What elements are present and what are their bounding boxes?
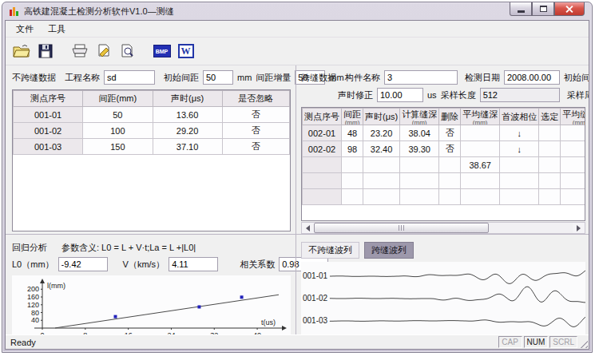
- test-date-input[interactable]: [504, 70, 560, 85]
- horizontal-scrollbar[interactable]: [301, 222, 585, 234]
- waveform-display: 001-01001-02001-03: [301, 262, 585, 334]
- correlation-label: 相关系数: [240, 259, 275, 271]
- minimize-icon: [518, 10, 525, 13]
- svg-text:200: 200: [27, 285, 39, 293]
- scroll-right-arrow-icon[interactable]: [573, 223, 585, 233]
- open-folder-icon: [13, 44, 30, 58]
- minimize-button[interactable]: [510, 2, 532, 16]
- table-row[interactable]: 002-014823.2038.04否↓: [303, 125, 586, 141]
- client-area: 文件工具: [5, 20, 589, 350]
- save-button[interactable]: [34, 41, 56, 61]
- table-row[interactable]: 38.67: [303, 157, 586, 173]
- column-header[interactable]: 计算缝深(mm): [400, 109, 439, 125]
- column-header[interactable]: 平均缝深(mm): [461, 109, 500, 125]
- time-correction-unit: us: [427, 90, 437, 100]
- cross-crack-table-container: 测点序号间距(mm)声时(μs)计算缝深(mm)删除平均缝深(mm)首波相位选定…: [301, 107, 585, 221]
- window-title: 高铁建混凝土检测分析软件V1.0—测缝: [24, 6, 174, 18]
- printer-icon: [72, 44, 88, 58]
- menu-item-1[interactable]: 工具: [41, 21, 73, 38]
- waveform-panel: 不跨缝波列跨缝波列 001-01001-02001-03: [296, 235, 589, 334]
- test-date-label: 检测日期: [465, 72, 500, 84]
- print-preview-button[interactable]: [117, 41, 138, 61]
- column-header[interactable]: 是否忽略: [222, 91, 289, 107]
- component-name-input[interactable]: [384, 70, 458, 85]
- svg-text:40: 40: [31, 316, 39, 324]
- table-row[interactable]: [303, 173, 586, 189]
- column-header[interactable]: 间距(mm): [83, 91, 153, 107]
- export-word-button[interactable]: W: [175, 41, 196, 61]
- export-bmp-button[interactable]: BMP: [151, 41, 173, 61]
- sample-length-label: 采样长度: [441, 89, 476, 101]
- app-icon: [10, 7, 20, 16]
- print-preview-icon: [120, 44, 136, 58]
- column-header[interactable]: 测点序号: [14, 91, 83, 107]
- word-icon: W: [178, 44, 194, 58]
- print-setup-icon: [96, 44, 112, 58]
- non-cross-crack-panel: 不跨缝数据 工程名称 初始间距 mm 间距增量 mm 测点序号间距(mm)声时(…: [6, 65, 296, 234]
- column-header[interactable]: 间距(mm): [342, 109, 363, 125]
- sample-period-label: 采样周期: [567, 89, 589, 101]
- non-cross-crack-table-container: 测点序号间距(mm)声时(μs)是否忽略001-015013.60否001-02…: [12, 89, 291, 231]
- waveform-trace-1: [330, 287, 585, 303]
- column-header[interactable]: 声时(μs): [153, 91, 222, 107]
- v-input[interactable]: [169, 257, 218, 271]
- init-spacing-unit: mm: [237, 73, 252, 82]
- cross-crack-table[interactable]: 测点序号间距(mm)声时(μs)计算缝深(mm)删除平均缝深(mm)首波相位选定…: [302, 108, 585, 205]
- waveform-tabs: 不跨缝波列跨缝波列: [301, 239, 585, 260]
- wave-tab-1[interactable]: 跨缝波列: [364, 242, 414, 259]
- table-row[interactable]: [303, 189, 586, 205]
- main-area: 不跨缝数据 工程名称 初始间距 mm 间距增量 mm 测点序号间距(mm)声时(…: [6, 65, 589, 334]
- floppy-disk-icon: [38, 44, 53, 58]
- column-header[interactable]: 声时(μs): [363, 109, 400, 125]
- non-cross-crack-group-label: 不跨缝数据: [12, 72, 56, 84]
- time-correction-input[interactable]: [377, 88, 423, 102]
- menu-item-0[interactable]: 文件: [9, 21, 41, 38]
- status-indicator-scrl: SCRL: [549, 336, 577, 348]
- bmp-icon: BMP: [153, 45, 171, 57]
- sample-length-input[interactable]: [480, 88, 560, 102]
- table-row[interactable]: 001-015013.60否: [14, 107, 290, 123]
- status-bar: Ready CAPNUMSCRL: [6, 334, 589, 349]
- l0-input[interactable]: [58, 257, 108, 271]
- component-name-label: 构件名称: [345, 72, 380, 84]
- project-name-input[interactable]: [104, 70, 155, 85]
- trace-label-0: 001-01: [303, 271, 327, 280]
- cross-crack-group-label: 跨缝数据: [301, 72, 336, 84]
- wave-tab-0[interactable]: 不跨缝波列: [301, 242, 359, 259]
- close-button[interactable]: [554, 2, 585, 16]
- column-header[interactable]: 首波相位: [500, 109, 539, 125]
- app-window: 高铁建混凝土检测分析软件V1.0—测缝 文件工具: [2, 2, 593, 353]
- scroll-left-arrow-icon[interactable]: [302, 223, 314, 233]
- column-header[interactable]: 选定: [539, 109, 561, 125]
- status-indicator-cap: CAP: [498, 336, 522, 348]
- l0-label: L0（mm）: [12, 259, 54, 271]
- print-setup-button[interactable]: [93, 41, 114, 61]
- svg-text:t(us): t(us): [261, 318, 276, 326]
- trace-label-2: 001-03: [303, 316, 327, 325]
- table-row[interactable]: 002-029832.4039.30否↓: [303, 141, 586, 157]
- regression-panel: 回归分析 参数含义: L0 = L + V·t;La = L +|L0| L0（…: [6, 235, 296, 334]
- title-bar[interactable]: 高铁建混凝土检测分析软件V1.0—测缝: [2, 2, 592, 20]
- svg-text:160: 160: [27, 293, 39, 301]
- time-correction-label: 声时修正: [338, 89, 373, 101]
- waveform-traces-svg: [301, 262, 587, 334]
- column-header[interactable]: 删除: [439, 109, 461, 125]
- waveform-trace-0: [330, 271, 585, 283]
- svg-text:l(mm): l(mm): [47, 282, 65, 290]
- resize-grip[interactable]: [577, 338, 588, 348]
- print-button[interactable]: [69, 41, 90, 61]
- close-icon: [565, 5, 573, 13]
- column-header[interactable]: 平均缝深(mm): [561, 109, 585, 125]
- init-spacing-label: 初始间距: [164, 72, 199, 84]
- scrollbar-thumb[interactable]: [314, 223, 489, 233]
- open-file-button[interactable]: [10, 41, 32, 61]
- maximize-button[interactable]: [532, 2, 554, 16]
- init-spacing-input[interactable]: [203, 70, 233, 85]
- table-row[interactable]: 001-0210029.20否: [14, 123, 290, 139]
- column-header[interactable]: 测点序号: [303, 109, 342, 125]
- svg-text:120: 120: [27, 301, 39, 309]
- formula-text: 参数含义: L0 = L + V·t;La = L +|L0|: [61, 242, 196, 254]
- project-name-label: 工程名称: [65, 72, 100, 84]
- table-row[interactable]: 001-0315037.10否: [14, 139, 290, 155]
- non-cross-crack-table[interactable]: 测点序号间距(mm)声时(μs)是否忽略001-015013.60否001-02…: [13, 90, 290, 155]
